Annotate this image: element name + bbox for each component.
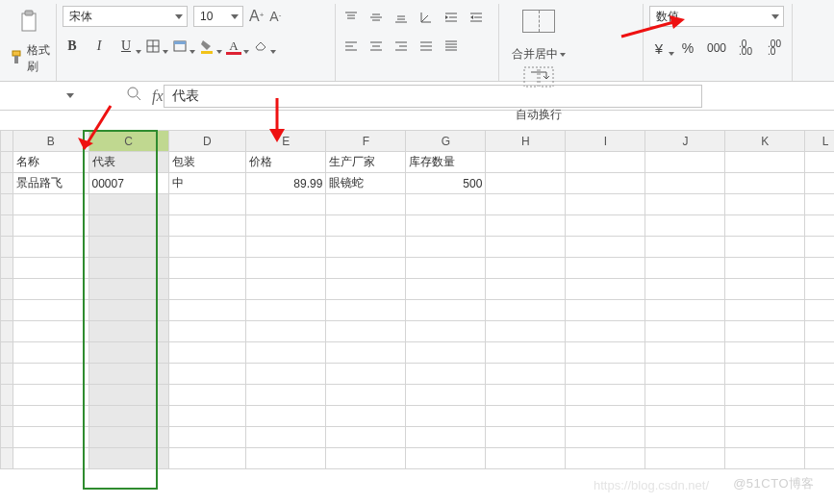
table-row: 名称 代表 包装 价格 生产厂家 库存数量	[1, 152, 835, 173]
table-row	[1, 427, 835, 448]
cell[interactable]	[725, 173, 805, 194]
merge-wrap-group: 合并居中 自动换行	[499, 4, 644, 81]
font-size-value: 10	[200, 10, 213, 23]
number-format-select[interactable]: 数值	[649, 6, 784, 27]
cell[interactable]: 生产厂家	[326, 152, 406, 173]
paste-button[interactable]	[15, 8, 44, 37]
cell[interactable]	[645, 152, 725, 173]
cell[interactable]	[566, 152, 645, 173]
font-color-button[interactable]: A	[224, 37, 243, 56]
underline-button[interactable]: U	[116, 37, 136, 56]
select-all-corner[interactable]	[1, 131, 13, 152]
increase-decimal-button[interactable]: .0.00	[736, 38, 755, 58]
cell[interactable]: 89.99	[246, 173, 326, 194]
percent-button[interactable]: %	[678, 38, 697, 58]
col-header-G[interactable]: G	[406, 131, 486, 152]
col-header-J[interactable]: J	[645, 131, 725, 152]
grow-font-button[interactable]: A+	[249, 8, 264, 25]
svg-rect-9	[201, 51, 213, 54]
format-painter-button[interactable]: 格式刷	[10, 42, 50, 75]
cell[interactable]: 中	[168, 173, 246, 194]
cell[interactable]: 景品路飞	[13, 173, 88, 194]
cell[interactable]	[486, 152, 566, 173]
merge-center-button[interactable]: 合并居中	[512, 46, 566, 63]
cell[interactable]: 代表	[88, 152, 168, 173]
watermark: @51CTO博客	[733, 475, 815, 492]
fill-table-button[interactable]	[170, 37, 190, 56]
brush-icon	[10, 50, 25, 67]
col-header-E[interactable]: E	[246, 131, 326, 152]
col-header-C[interactable]: C	[88, 131, 168, 152]
font-name-value: 宋体	[69, 9, 92, 25]
col-header-I[interactable]: I	[566, 131, 645, 152]
table-row	[1, 342, 835, 364]
align-right-button[interactable]	[392, 37, 411, 56]
svg-rect-1	[25, 11, 33, 15]
cell[interactable]	[805, 152, 834, 173]
cell[interactable]: 包装	[168, 152, 246, 173]
italic-button[interactable]: I	[89, 37, 109, 56]
merge-center-icon	[522, 10, 555, 33]
align-left-button[interactable]	[341, 37, 361, 56]
table-row	[1, 300, 835, 321]
font-size-select[interactable]: 10	[193, 6, 243, 27]
cell-active[interactable]: 00007	[88, 173, 168, 194]
chevron-down-icon	[231, 14, 239, 19]
table-row	[1, 321, 835, 342]
clipboard-group: 格式刷	[4, 4, 57, 81]
spreadsheet[interactable]: B C D E F G H I J K L 名称 代表 包装 价格 生产厂家 库…	[0, 130, 834, 469]
align-top-button[interactable]	[341, 8, 361, 27]
number-format-value: 数值	[656, 9, 679, 25]
justify-button[interactable]	[417, 37, 436, 56]
col-header-L[interactable]: L	[805, 131, 834, 152]
font-group: 宋体 10 A+ A- B I U A	[57, 4, 336, 81]
wrap-text-button[interactable]: 自动换行	[516, 107, 562, 123]
bold-button[interactable]: B	[63, 37, 82, 56]
cell[interactable]: 500	[406, 173, 486, 194]
cell[interactable]: 名称	[13, 152, 88, 173]
zoom-icon[interactable]	[127, 87, 142, 106]
col-header-K[interactable]: K	[725, 131, 805, 152]
currency-button[interactable]: ¥	[649, 38, 669, 58]
cell[interactable]	[645, 173, 725, 194]
format-painter-label: 格式刷	[27, 42, 50, 75]
table-row	[1, 258, 835, 279]
orientation-button[interactable]	[417, 8, 436, 27]
svg-rect-0	[22, 13, 36, 31]
align-middle-button[interactable]	[366, 8, 386, 27]
table-row	[1, 215, 835, 237]
cell[interactable]: 库存数量	[406, 152, 486, 173]
cell[interactable]: 眼镜蛇	[326, 173, 406, 194]
cell[interactable]: 价格	[246, 152, 326, 173]
cell[interactable]	[805, 173, 834, 194]
align-center-button[interactable]	[366, 37, 386, 56]
decrease-decimal-button[interactable]: .00.0	[765, 38, 784, 58]
indent-decrease-button[interactable]	[442, 8, 461, 27]
font-name-select[interactable]: 宋体	[63, 6, 188, 27]
col-header-D[interactable]: D	[168, 131, 246, 152]
comma-button[interactable]: 000	[707, 38, 726, 58]
distribute-button[interactable]	[442, 37, 461, 56]
fx-icon[interactable]: fx	[152, 88, 164, 105]
indent-increase-button[interactable]	[467, 8, 486, 27]
borders-button[interactable]	[143, 37, 163, 56]
col-header-B[interactable]: B	[13, 131, 88, 152]
cell[interactable]	[486, 173, 566, 194]
chevron-down-icon	[175, 14, 183, 19]
cell[interactable]	[566, 173, 645, 194]
align-bottom-button[interactable]	[392, 8, 411, 27]
name-box[interactable]	[2, 85, 79, 108]
table-row	[1, 406, 835, 427]
cell[interactable]	[725, 152, 805, 173]
clear-format-button[interactable]	[251, 37, 270, 56]
number-format-group: 数值 ¥ % 000 .0.00 .00.0	[644, 4, 793, 81]
svg-rect-2	[13, 51, 20, 56]
column-headers-row: B C D E F G H I J K L	[1, 131, 835, 152]
col-header-F[interactable]: F	[326, 131, 406, 152]
shrink-font-button[interactable]: A-	[269, 9, 281, 24]
col-header-H[interactable]: H	[486, 131, 566, 152]
table-row	[1, 237, 835, 258]
formula-input[interactable]: 代表	[164, 85, 702, 108]
svg-line-47	[137, 96, 140, 100]
fill-color-button[interactable]	[197, 37, 216, 56]
